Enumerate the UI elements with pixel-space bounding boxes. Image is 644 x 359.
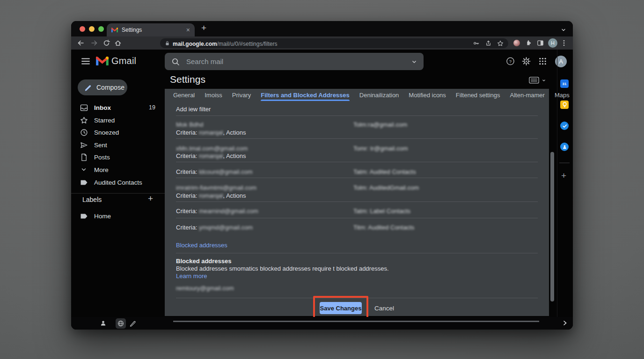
sidebar-item-snoozed[interactable]: Snoezed <box>71 126 165 138</box>
inbox-icon <box>80 104 88 111</box>
filter-row-criteria: Criteria: ymqmd@gmail.com <box>176 224 253 231</box>
pencil-icon <box>84 84 92 91</box>
extension-icon[interactable] <box>513 40 520 46</box>
desktop-background: Settings × + <box>0 0 644 359</box>
clock-icon <box>80 129 88 136</box>
forward-icon[interactable] <box>91 39 98 47</box>
gmail-logo-icon <box>96 57 109 66</box>
gmail-favicon <box>111 28 118 33</box>
tasks-icon[interactable] <box>560 122 569 130</box>
traffic-light-close[interactable] <box>80 26 85 32</box>
svg-text:?: ? <box>509 59 512 64</box>
sidebar-item-inbox[interactable]: Inbox 19 <box>71 101 165 114</box>
password-key-icon[interactable] <box>473 40 480 46</box>
highlight-box <box>313 296 368 320</box>
close-tab-icon[interactable]: × <box>186 27 190 33</box>
browser-menu-kebab-icon[interactable] <box>563 40 565 46</box>
bookmark-star-icon[interactable] <box>497 40 504 47</box>
get-add-ons-button[interactable]: + <box>561 171 566 181</box>
settings-tabs: General Imoiss Privary Filters and Block… <box>165 89 549 101</box>
filter-row-criteria: Criteria: mearnind@gmail.com <box>176 208 258 215</box>
settings-panel: General Imoiss Privary Filters and Block… <box>165 89 549 316</box>
sidebar-item-starred[interactable]: Starred <box>71 114 165 126</box>
tab-strip: Settings × + <box>71 21 573 36</box>
apps-grid-icon[interactable] <box>539 57 547 65</box>
hamburger-menu-icon[interactable] <box>81 58 90 65</box>
learn-more-link[interactable]: Learn more <box>176 273 207 280</box>
blocked-addresses-link[interactable]: Blocked addresses <box>176 242 227 249</box>
search-options-chevron-icon[interactable] <box>411 59 417 65</box>
back-icon[interactable] <box>77 39 84 47</box>
home-icon[interactable] <box>114 39 122 47</box>
tab-title: Settings <box>122 27 183 33</box>
chevron-down-icon <box>80 167 88 172</box>
compose-label: Compose <box>96 84 124 91</box>
display-density-icon[interactable] <box>529 77 546 84</box>
filter-row-name: imratrim-fiavmtmi@gmail.com <box>176 184 256 191</box>
lock-icon <box>165 40 170 46</box>
filter-row-action: Titm: Audited Contacts <box>353 224 414 231</box>
add-label-button[interactable]: + <box>148 194 153 204</box>
address-bar[interactable]: mail.google.com/mail/u/0/#settings/filte… <box>160 38 508 48</box>
pen-icon[interactable] <box>129 320 136 327</box>
reload-icon[interactable] <box>103 40 110 47</box>
tab-motified-icons[interactable]: Motified icons <box>409 89 446 101</box>
filter-row-criteria: Criteria: romarqal, Actions <box>176 152 246 159</box>
tab-filters-and-blocked-addresses[interactable]: Filters and Blocked Addresses <box>261 89 350 101</box>
add-new-filter-link[interactable]: Add iew filter <box>176 106 211 113</box>
label-tag-icon <box>80 180 88 186</box>
sidebar-item-posts[interactable]: Posts <box>71 151 165 163</box>
contacts-icon[interactable] <box>560 143 569 151</box>
filter-row-criteria: Criteria: romarqal, Actions <box>176 192 246 199</box>
new-tab-button[interactable]: + <box>201 23 206 33</box>
filter-row-action: Tolm:ra@gmail.com <box>353 121 407 128</box>
help-icon[interactable]: ? <box>506 57 515 66</box>
blocked-email: remtoury@gmail.com <box>176 285 234 292</box>
tab-privary[interactable]: Privary <box>232 89 251 101</box>
filter-row-criteria: Criteria: romarqal, Actions <box>176 129 246 136</box>
search-bar[interactable] <box>165 53 424 70</box>
star-icon <box>80 116 88 124</box>
compose-button[interactable]: Compose <box>78 79 127 95</box>
traffic-light-zoom[interactable] <box>98 26 104 32</box>
browser-toolbar: mail.google.com/mail/u/0/#settings/filte… <box>71 36 573 50</box>
horizontal-scrollbar[interactable] <box>173 321 539 322</box>
blocked-addresses-heading: Blocked addresses <box>176 258 232 265</box>
globe-icon <box>117 320 124 327</box>
side-panel-divider <box>559 163 570 163</box>
browser-tab[interactable]: Settings × <box>107 23 195 36</box>
filter-row-action: Tomr: tr@gmail.com <box>353 145 408 152</box>
person-icon[interactable] <box>100 320 107 327</box>
labels-header: Labels <box>82 196 102 203</box>
page-title: Settings <box>170 74 205 85</box>
bottom-bar <box>71 317 573 330</box>
sidebar-label-home[interactable]: Home <box>71 210 165 222</box>
sidebar-item-audited-contacts[interactable]: Audited Contacts <box>71 176 165 188</box>
filter-row-name: xMn.tmal.com@gmail.com <box>176 145 248 152</box>
share-icon[interactable] <box>485 40 491 46</box>
gear-icon[interactable] <box>522 57 531 66</box>
tab-alten-mamer[interactable]: Alten-mamer <box>510 89 545 101</box>
tab-general[interactable]: General <box>173 89 195 101</box>
tab-imoiss[interactable]: Imoiss <box>205 89 222 101</box>
traffic-light-minimize[interactable] <box>89 26 95 32</box>
chrome-profile-avatar[interactable]: H <box>548 38 557 48</box>
label-tag-icon <box>80 213 88 219</box>
calendar-icon[interactable]: 31 <box>560 79 569 88</box>
tab-deninailization[interactable]: Deninailization <box>359 89 399 101</box>
tab-search-chevron-icon[interactable] <box>561 26 566 35</box>
sidebar-item-more[interactable]: More <box>71 164 165 176</box>
search-input[interactable] <box>186 57 405 65</box>
tab-filtened-settings[interactable]: Filtened settings <box>456 89 500 101</box>
sidebar-item-sent[interactable]: Sent <box>71 139 165 151</box>
chevron-right-icon[interactable] <box>562 320 568 326</box>
cancel-button[interactable]: Cancel <box>374 305 394 312</box>
extensions-puzzle-icon[interactable] <box>525 40 532 46</box>
side-panel-icon[interactable] <box>537 40 544 46</box>
inbox-count: 19 <box>149 104 155 111</box>
filter-row-name: Mok Bdhd <box>176 121 204 128</box>
vertical-scrollbar[interactable] <box>550 152 554 302</box>
keep-icon[interactable] <box>560 101 569 109</box>
filter-row-criteria: Criteria: ldcount@gmail.com <box>176 168 253 175</box>
search-icon[interactable] <box>171 57 180 66</box>
